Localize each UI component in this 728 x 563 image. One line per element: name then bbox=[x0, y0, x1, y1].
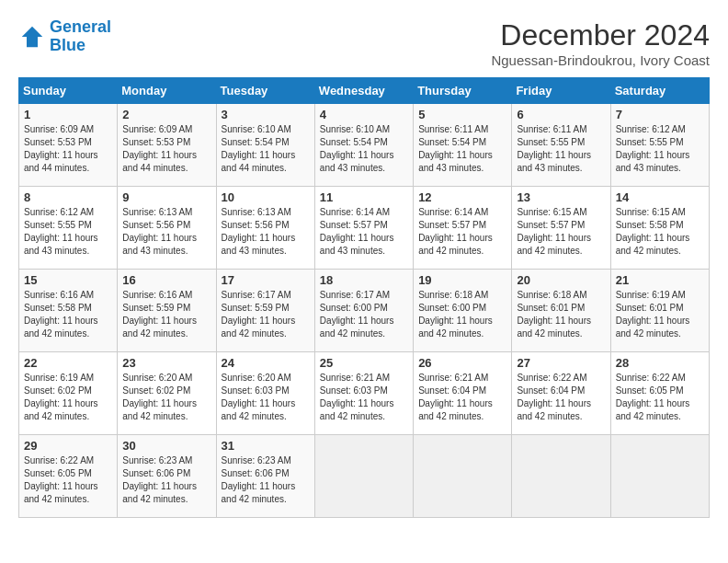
calendar-cell: 26 Sunrise: 6:21 AM Sunset: 6:04 PM Dayl… bbox=[414, 352, 512, 435]
day-number: 31 bbox=[222, 439, 310, 453]
day-number: 18 bbox=[320, 273, 408, 287]
calendar-cell: 16 Sunrise: 6:16 AM Sunset: 5:59 PM Dayl… bbox=[118, 270, 216, 352]
location: Nguessan-Brindoukrou, Ivory Coast bbox=[491, 52, 710, 68]
day-number: 5 bbox=[418, 108, 506, 121]
calendar-week-4: 22 Sunrise: 6:19 AM Sunset: 6:02 PM Dayl… bbox=[19, 352, 710, 435]
day-number: 14 bbox=[616, 190, 704, 204]
day-detail: Sunrise: 6:11 AM Sunset: 5:55 PM Dayligh… bbox=[517, 123, 605, 175]
day-detail: Sunrise: 6:22 AM Sunset: 6:05 PM Dayligh… bbox=[24, 454, 112, 506]
day-number: 12 bbox=[418, 190, 506, 204]
day-number: 6 bbox=[517, 108, 605, 121]
day-number: 26 bbox=[418, 356, 506, 370]
calendar-cell: 13 Sunrise: 6:15 AM Sunset: 5:57 PM Dayl… bbox=[512, 187, 610, 270]
calendar-cell: 25 Sunrise: 6:21 AM Sunset: 6:03 PM Dayl… bbox=[314, 352, 413, 435]
day-number: 3 bbox=[222, 108, 310, 121]
calendar-cell: 17 Sunrise: 6:17 AM Sunset: 5:59 PM Dayl… bbox=[216, 270, 314, 352]
calendar-cell: 3 Sunrise: 6:10 AM Sunset: 5:54 PM Dayli… bbox=[216, 104, 314, 187]
calendar-cell: 31 Sunrise: 6:23 AM Sunset: 6:06 PM Dayl… bbox=[216, 435, 314, 518]
calendar-cell: 27 Sunrise: 6:22 AM Sunset: 6:04 PM Dayl… bbox=[512, 352, 610, 435]
day-detail: Sunrise: 6:21 AM Sunset: 6:03 PM Dayligh… bbox=[320, 372, 408, 423]
day-detail: Sunrise: 6:15 AM Sunset: 5:58 PM Dayligh… bbox=[616, 206, 704, 258]
calendar-week-5: 29 Sunrise: 6:22 AM Sunset: 6:05 PM Dayl… bbox=[19, 435, 710, 518]
day-number: 9 bbox=[122, 190, 210, 204]
day-number: 2 bbox=[122, 108, 210, 121]
day-number: 4 bbox=[320, 108, 408, 121]
day-detail: Sunrise: 6:10 AM Sunset: 5:54 PM Dayligh… bbox=[320, 123, 408, 175]
day-detail: Sunrise: 6:21 AM Sunset: 6:04 PM Dayligh… bbox=[418, 372, 506, 423]
day-detail: Sunrise: 6:23 AM Sunset: 6:06 PM Dayligh… bbox=[122, 454, 210, 506]
day-detail: Sunrise: 6:10 AM Sunset: 5:54 PM Dayligh… bbox=[222, 123, 310, 175]
day-detail: Sunrise: 6:12 AM Sunset: 5:55 PM Dayligh… bbox=[24, 206, 112, 258]
day-number: 21 bbox=[616, 273, 704, 287]
calendar-cell: 10 Sunrise: 6:13 AM Sunset: 5:56 PM Dayl… bbox=[216, 187, 314, 270]
day-detail: Sunrise: 6:18 AM Sunset: 6:00 PM Dayligh… bbox=[418, 289, 506, 340]
day-number: 17 bbox=[222, 273, 310, 287]
day-number: 27 bbox=[517, 356, 605, 370]
day-number: 25 bbox=[320, 356, 408, 370]
calendar-cell: 21 Sunrise: 6:19 AM Sunset: 6:01 PM Dayl… bbox=[610, 270, 709, 352]
day-number: 13 bbox=[517, 190, 605, 204]
day-detail: Sunrise: 6:09 AM Sunset: 5:53 PM Dayligh… bbox=[122, 123, 210, 175]
calendar-cell: 14 Sunrise: 6:15 AM Sunset: 5:58 PM Dayl… bbox=[610, 187, 709, 270]
calendar-table: Sunday Monday Tuesday Wednesday Thursday… bbox=[18, 77, 710, 518]
day-detail: Sunrise: 6:16 AM Sunset: 5:58 PM Dayligh… bbox=[24, 289, 112, 340]
calendar-cell: 18 Sunrise: 6:17 AM Sunset: 6:00 PM Dayl… bbox=[314, 270, 413, 352]
day-detail: Sunrise: 6:19 AM Sunset: 6:02 PM Dayligh… bbox=[24, 372, 112, 423]
calendar-cell: 11 Sunrise: 6:14 AM Sunset: 5:57 PM Dayl… bbox=[314, 187, 413, 270]
page-header: GeneralBlue December 2024 Nguessan-Brind… bbox=[18, 18, 710, 68]
calendar-cell: 23 Sunrise: 6:20 AM Sunset: 6:02 PM Dayl… bbox=[118, 352, 216, 435]
calendar-cell: 2 Sunrise: 6:09 AM Sunset: 5:53 PM Dayli… bbox=[118, 104, 216, 187]
title-block: December 2024 Nguessan-Brindoukrou, Ivor… bbox=[491, 18, 710, 68]
calendar-cell: 5 Sunrise: 6:11 AM Sunset: 5:54 PM Dayli… bbox=[414, 104, 512, 187]
calendar-cell: 15 Sunrise: 6:16 AM Sunset: 5:58 PM Dayl… bbox=[19, 270, 118, 352]
col-thursday: Thursday bbox=[414, 78, 512, 104]
day-number: 30 bbox=[122, 439, 210, 453]
day-detail: Sunrise: 6:20 AM Sunset: 6:02 PM Dayligh… bbox=[122, 372, 210, 423]
calendar-cell bbox=[314, 435, 413, 518]
day-number: 1 bbox=[24, 108, 112, 121]
day-detail: Sunrise: 6:14 AM Sunset: 5:57 PM Dayligh… bbox=[320, 206, 408, 258]
calendar-cell: 1 Sunrise: 6:09 AM Sunset: 5:53 PM Dayli… bbox=[19, 104, 118, 187]
day-detail: Sunrise: 6:13 AM Sunset: 5:56 PM Dayligh… bbox=[222, 206, 310, 258]
day-detail: Sunrise: 6:16 AM Sunset: 5:59 PM Dayligh… bbox=[122, 289, 210, 340]
day-number: 16 bbox=[122, 273, 210, 287]
logo: GeneralBlue bbox=[18, 18, 111, 55]
day-detail: Sunrise: 6:15 AM Sunset: 5:57 PM Dayligh… bbox=[517, 206, 605, 258]
day-detail: Sunrise: 6:19 AM Sunset: 6:01 PM Dayligh… bbox=[616, 289, 704, 340]
col-wednesday: Wednesday bbox=[314, 78, 413, 104]
calendar-cell: 7 Sunrise: 6:12 AM Sunset: 5:55 PM Dayli… bbox=[610, 104, 709, 187]
day-number: 10 bbox=[222, 190, 310, 204]
day-detail: Sunrise: 6:22 AM Sunset: 6:04 PM Dayligh… bbox=[517, 372, 605, 423]
calendar-cell: 22 Sunrise: 6:19 AM Sunset: 6:02 PM Dayl… bbox=[19, 352, 118, 435]
calendar-cell: 28 Sunrise: 6:22 AM Sunset: 6:05 PM Dayl… bbox=[610, 352, 709, 435]
col-friday: Friday bbox=[512, 78, 610, 104]
calendar-cell: 20 Sunrise: 6:18 AM Sunset: 6:01 PM Dayl… bbox=[512, 270, 610, 352]
day-number: 22 bbox=[24, 356, 112, 370]
month-title: December 2024 bbox=[491, 18, 710, 52]
day-number: 11 bbox=[320, 190, 408, 204]
day-detail: Sunrise: 6:14 AM Sunset: 5:57 PM Dayligh… bbox=[418, 206, 506, 258]
calendar-cell: 29 Sunrise: 6:22 AM Sunset: 6:05 PM Dayl… bbox=[19, 435, 118, 518]
day-number: 20 bbox=[517, 273, 605, 287]
calendar-cell: 12 Sunrise: 6:14 AM Sunset: 5:57 PM Dayl… bbox=[414, 187, 512, 270]
calendar-cell bbox=[610, 435, 709, 518]
calendar-cell: 4 Sunrise: 6:10 AM Sunset: 5:54 PM Dayli… bbox=[314, 104, 413, 187]
day-number: 29 bbox=[24, 439, 112, 453]
day-detail: Sunrise: 6:20 AM Sunset: 6:03 PM Dayligh… bbox=[222, 372, 310, 423]
calendar-cell: 24 Sunrise: 6:20 AM Sunset: 6:03 PM Dayl… bbox=[216, 352, 314, 435]
day-number: 28 bbox=[616, 356, 704, 370]
calendar-cell: 8 Sunrise: 6:12 AM Sunset: 5:55 PM Dayli… bbox=[19, 187, 118, 270]
day-number: 23 bbox=[122, 356, 210, 370]
day-detail: Sunrise: 6:13 AM Sunset: 5:56 PM Dayligh… bbox=[122, 206, 210, 258]
col-sunday: Sunday bbox=[19, 78, 118, 104]
calendar-week-3: 15 Sunrise: 6:16 AM Sunset: 5:58 PM Dayl… bbox=[19, 270, 710, 352]
col-monday: Monday bbox=[118, 78, 216, 104]
day-number: 19 bbox=[418, 273, 506, 287]
day-detail: Sunrise: 6:22 AM Sunset: 6:05 PM Dayligh… bbox=[616, 372, 704, 423]
calendar-cell: 6 Sunrise: 6:11 AM Sunset: 5:55 PM Dayli… bbox=[512, 104, 610, 187]
day-number: 15 bbox=[24, 273, 112, 287]
day-detail: Sunrise: 6:17 AM Sunset: 5:59 PM Dayligh… bbox=[222, 289, 310, 340]
day-number: 24 bbox=[222, 356, 310, 370]
day-detail: Sunrise: 6:11 AM Sunset: 5:54 PM Dayligh… bbox=[418, 123, 506, 175]
day-detail: Sunrise: 6:09 AM Sunset: 5:53 PM Dayligh… bbox=[24, 123, 112, 175]
